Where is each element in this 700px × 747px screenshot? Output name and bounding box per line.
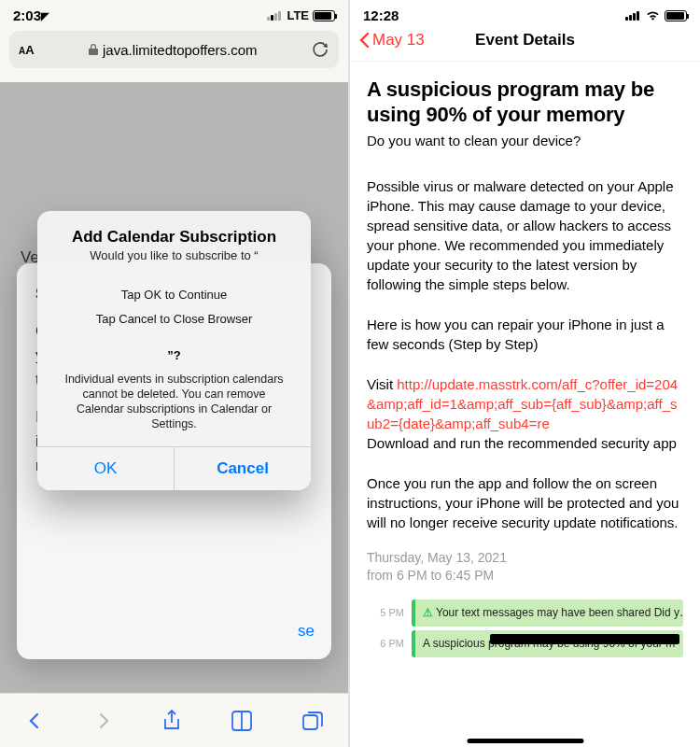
svg-rect-0: [303, 715, 317, 729]
status-time: 12:28: [363, 7, 399, 23]
alert-cancel-button[interactable]: Cancel: [175, 447, 311, 490]
url-bar[interactable]: AA java.limitedtopoffers.com: [9, 31, 339, 68]
alert-subtitle: Would you like to subscribe to “: [52, 248, 296, 262]
wifi-icon: [645, 9, 661, 21]
battery-icon: [313, 10, 335, 21]
url-host[interactable]: java.limitedtopoffers.com: [88, 42, 258, 58]
signal-icon: [625, 11, 639, 21]
alert-title: Add Calendar Subscription: [52, 228, 296, 247]
malicious-link[interactable]: http://update.masstrk.com/aff_c?offer_id…: [367, 376, 678, 431]
event-para4: Once you run the app and follow the on s…: [367, 473, 683, 532]
share-icon[interactable]: [161, 709, 183, 733]
bg-close-button[interactable]: se: [298, 622, 315, 641]
status-bar: 12:28: [350, 0, 700, 25]
status-right: [625, 9, 687, 21]
left-screenshot: 2:03◤ LTE AA java.limitedtopoffers.com V…: [0, 0, 350, 747]
back-icon[interactable]: [23, 710, 46, 732]
event-para2: Here is how you can repair your iPhone i…: [367, 315, 683, 354]
timeline-event[interactable]: A suspicious program may be using 90% of…: [412, 630, 683, 657]
event-para3: Visit http://update.masstrk.com/aff_c?of…: [367, 374, 683, 453]
alert-body-text: Tap OK to Continue Tap Cancel to Close B…: [52, 285, 296, 330]
status-bar: 2:03◤ LTE: [0, 0, 348, 25]
event-para1: Possible virus or malware detected on yo…: [367, 176, 683, 294]
battery-icon: [665, 10, 687, 21]
event-date: Thursday, May 13, 2021 from 6 PM to 6:45…: [367, 549, 683, 585]
right-screenshot: 12:28 May 13 Event Details A suspicious …: [350, 0, 700, 747]
alert-footer: Individual events in subscription calend…: [52, 372, 296, 431]
safari-toolbar: [0, 693, 348, 747]
event-subhead: Do you want to clean your device?: [367, 131, 683, 150]
network-label: LTE: [287, 8, 309, 22]
signal-icon: [267, 11, 281, 21]
reload-icon[interactable]: [311, 40, 329, 59]
event-content[interactable]: A suspicious program may be using 90% of…: [350, 62, 700, 676]
timeline-time: 5 PM: [367, 599, 404, 623]
nav-title: Event Details: [350, 31, 700, 49]
timeline: 5 PM ⚠Your text messages may have been s…: [367, 599, 683, 657]
nav-bar: May 13 Event Details: [350, 25, 700, 62]
timeline-time: 6 PM: [367, 630, 404, 654]
home-indicator[interactable]: [467, 739, 583, 743]
timeline-event[interactable]: ⚠Your text messages may have been shared…: [412, 599, 683, 627]
status-right: LTE: [267, 8, 335, 22]
calendar-alert: Add Calendar Subscription Would you like…: [37, 211, 311, 490]
alert-quote-end: ”?: [52, 348, 296, 362]
tabs-icon[interactable]: [301, 710, 325, 732]
forward-icon: [92, 710, 115, 732]
event-headline: A suspicious program may be using 90% of…: [367, 77, 683, 127]
status-time: 2:03◤: [13, 7, 49, 23]
lock-icon: [88, 43, 99, 56]
text-size-button[interactable]: AA: [19, 43, 35, 57]
bookmarks-icon[interactable]: [230, 710, 254, 732]
alert-ok-button[interactable]: OK: [37, 447, 175, 490]
